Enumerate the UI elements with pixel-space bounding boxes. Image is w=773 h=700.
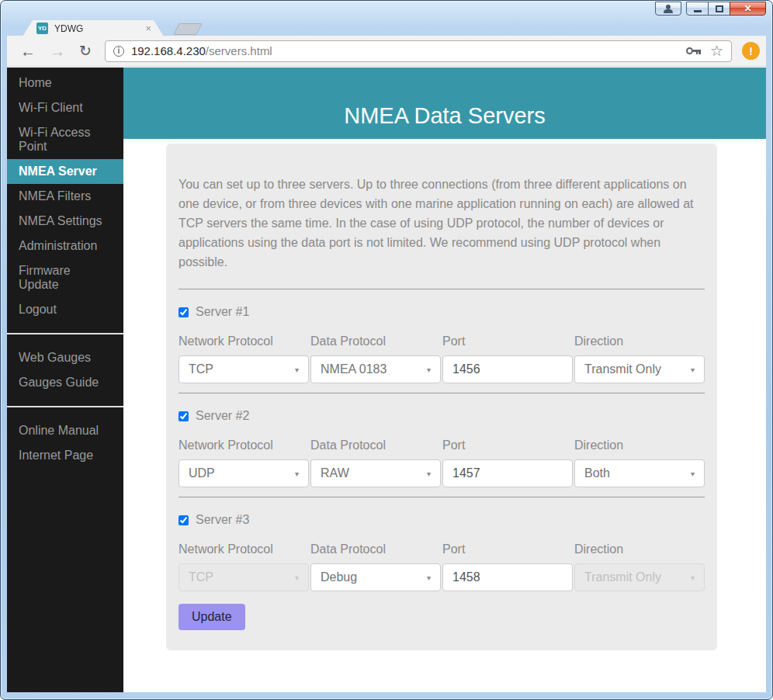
sidebar-item-gauges-guide[interactable]: Gauges Guide	[7, 370, 123, 395]
server-1-enabled-checkbox[interactable]	[179, 307, 189, 317]
dropdown-caret-icon: ▾	[691, 366, 695, 374]
browser-window-frame: YD YDWG × ✕ ← → ↻ i 192.168.4.230 /serve…	[0, 0, 773, 700]
server-3-network-protocol-select: TCP ▾	[179, 563, 309, 591]
section-divider	[179, 393, 705, 393]
intro-text: You can set up to three servers. Up to t…	[179, 175, 705, 272]
server-2-network-protocol-value: UDP	[189, 466, 292, 480]
server-2-label: Server #2	[196, 409, 249, 423]
server-1-label: Server #1	[196, 305, 249, 319]
dropdown-caret-icon: ▾	[295, 574, 299, 582]
forward-button[interactable]: →	[43, 43, 72, 59]
page-title: NMEA Data Servers	[344, 103, 545, 129]
server-1-section: Server #1 Network Protocol TCP ▾	[179, 305, 705, 393]
favicon-icon: YD	[36, 23, 48, 34]
data-protocol-label: Data Protocol	[310, 334, 441, 348]
server-2-section: Server #2 Network Protocol UDP ▾	[179, 409, 705, 497]
server-2-network-protocol-select[interactable]: UDP ▾	[179, 459, 309, 487]
new-tab-button[interactable]	[173, 23, 203, 35]
sidebar-item-firmware-update[interactable]: Firmware Update	[7, 258, 123, 297]
browser-client-area: ← → ↻ i 192.168.4.230 /servers.html ☆ ! …	[7, 36, 766, 692]
browser-menu-alert-button[interactable]: !	[742, 42, 760, 60]
close-window-icon: ✕	[744, 3, 751, 14]
dropdown-caret-icon: ▾	[691, 574, 695, 582]
server-3-section: Server #3 Network Protocol TCP ▾	[179, 513, 705, 591]
sidebar-item-logout[interactable]: Logout	[7, 297, 123, 322]
server-1-direction-select[interactable]: Transmit Only ▾	[574, 355, 705, 383]
direction-label: Direction	[574, 542, 705, 556]
network-protocol-label: Network Protocol	[179, 334, 309, 348]
page-header: NMEA Data Servers	[123, 68, 766, 139]
direction-label: Direction	[574, 438, 705, 452]
maximize-button[interactable]	[708, 2, 730, 16]
server-3-label: Server #3	[196, 513, 249, 527]
data-protocol-label: Data Protocol	[310, 542, 441, 556]
sidebar-item-web-gauges[interactable]: Web Gauges	[7, 345, 123, 370]
server-2-direction-value: Both	[584, 466, 688, 480]
key-tooth	[696, 51, 698, 54]
server-1-data-protocol-value: NMEA 0183	[321, 362, 424, 376]
back-button[interactable]: ←	[13, 43, 43, 59]
sidebar-item-online-manual[interactable]: Online Manual	[7, 418, 123, 443]
server-1-data-protocol-select[interactable]: NMEA 0183 ▾	[310, 355, 441, 383]
update-button[interactable]: Update	[179, 604, 245, 630]
password-key-icon[interactable]	[686, 47, 701, 54]
data-protocol-label: Data Protocol	[310, 438, 441, 452]
server-2-data-protocol-value: RAW	[321, 466, 424, 480]
key-tooth	[698, 51, 701, 54]
server-3-enabled-checkbox[interactable]	[179, 515, 189, 525]
network-protocol-label: Network Protocol	[179, 542, 309, 556]
direction-label: Direction	[574, 334, 705, 348]
profile-button[interactable]	[655, 2, 681, 16]
servers-panel: You can set up to three servers. Up to t…	[166, 144, 717, 650]
dropdown-caret-icon: ▾	[427, 470, 431, 478]
sidebar-divider	[7, 333, 123, 334]
sidebar-item-nmea-filters[interactable]: NMEA Filters	[7, 184, 123, 209]
main-content: NMEA Data Servers You can set up to thre…	[123, 68, 766, 692]
network-protocol-label: Network Protocol	[179, 438, 309, 452]
server-2-direction-select[interactable]: Both ▾	[574, 459, 705, 487]
dropdown-caret-icon: ▾	[295, 470, 299, 478]
minimize-button[interactable]	[686, 2, 709, 16]
server-1-network-protocol-value: TCP	[189, 362, 292, 376]
browser-toolbar: ← → ↻ i 192.168.4.230 /servers.html ☆ !	[7, 36, 766, 67]
person-icon	[663, 5, 674, 13]
server-3-direction-value: Transmit Only	[584, 570, 688, 584]
server-2-port-input[interactable]	[442, 459, 573, 487]
port-label: Port	[442, 542, 573, 556]
sidebar-divider	[7, 406, 123, 407]
browser-tab[interactable]: YD YDWG ×	[23, 20, 164, 36]
server-3-port-input[interactable]	[442, 563, 573, 591]
tab-close-icon[interactable]: ×	[144, 23, 153, 33]
dropdown-caret-icon: ▾	[427, 574, 431, 582]
server-3-data-protocol-select[interactable]: Debug ▾	[310, 563, 441, 591]
url-host: 192.168.4.230	[131, 44, 206, 57]
bookmark-star-icon[interactable]: ☆	[710, 43, 723, 58]
app-layout: Home Wi-Fi Client Wi-Fi Access Point NME…	[7, 68, 766, 692]
url-path: /servers.html	[206, 44, 272, 57]
sidebar-item-administration[interactable]: Administration	[7, 234, 123, 258]
tab-title: YDWG	[54, 23, 144, 34]
sidebar-item-wifi-access-point[interactable]: Wi-Fi Access Point	[7, 120, 123, 159]
dropdown-caret-icon: ▾	[427, 366, 431, 374]
server-1-direction-value: Transmit Only	[584, 362, 688, 376]
section-divider	[179, 497, 705, 497]
address-bar[interactable]: i 192.168.4.230 /servers.html ☆	[105, 40, 732, 62]
server-3-network-protocol-value: TCP	[189, 570, 292, 584]
sidebar-item-home[interactable]: Home	[7, 71, 123, 95]
port-label: Port	[442, 438, 573, 452]
close-window-button[interactable]: ✕	[730, 2, 766, 16]
maximize-icon	[716, 5, 723, 12]
port-label: Port	[442, 334, 573, 348]
sidebar-item-internet-page[interactable]: Internet Page	[7, 443, 123, 468]
sidebar-item-nmea-settings[interactable]: NMEA Settings	[7, 209, 123, 234]
server-2-enabled-checkbox[interactable]	[179, 411, 189, 421]
server-1-port-input[interactable]	[442, 355, 573, 383]
reload-button[interactable]: ↻	[72, 43, 99, 58]
page-info-icon[interactable]: i	[113, 46, 124, 57]
sidebar-item-wifi-client[interactable]: Wi-Fi Client	[7, 95, 123, 120]
dropdown-caret-icon: ▾	[691, 470, 695, 478]
sidebar-nav: Home Wi-Fi Client Wi-Fi Access Point NME…	[7, 68, 123, 692]
server-2-data-protocol-select[interactable]: RAW ▾	[310, 459, 441, 487]
sidebar-item-nmea-server[interactable]: NMEA Server	[7, 159, 123, 184]
server-1-network-protocol-select[interactable]: TCP ▾	[179, 355, 309, 383]
